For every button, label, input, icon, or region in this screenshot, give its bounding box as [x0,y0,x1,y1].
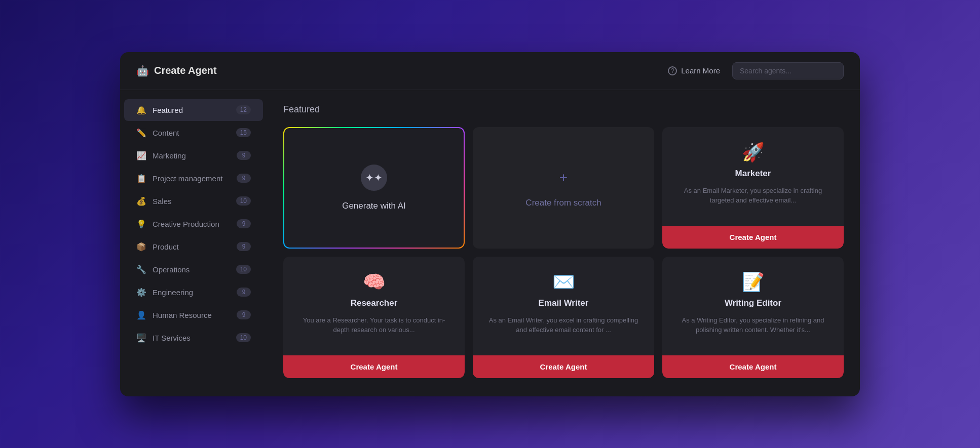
search-input[interactable] [732,62,844,79]
sidebar-item-product[interactable]: 📦 Product 9 [124,236,263,258]
project-management-icon: 📋 [136,174,146,183]
generate-ai-label: Generate with AI [342,201,406,211]
engineering-count: 9 [237,288,251,297]
operations-label: Operations [153,265,230,274]
researcher-create-button[interactable]: Create Agent [283,355,465,378]
section-title: Featured [283,104,844,115]
cards-row-2: 🧠 Researcher You are a Researcher. Your … [283,257,844,378]
marketing-label: Marketing [153,151,231,160]
sidebar-item-it-services[interactable]: 🖥️ IT Services 10 [124,327,263,349]
modal-header: 🤖 Create Agent ? Learn More [120,52,860,90]
main-content: Featured ✦✦ Generate with AI + Create fr… [267,90,860,396]
content-label: Content [153,129,230,137]
header-actions: ? Learn More [668,62,844,79]
header-title-group: 🤖 Create Agent [136,65,660,77]
robot-icon: 🤖 [136,65,149,77]
product-label: Product [153,242,231,251]
engineering-label: Engineering [153,288,231,297]
marketing-icon: 📈 [136,151,146,160]
sidebar-item-sales[interactable]: 💰 Sales 10 [124,190,263,212]
researcher-emoji: 🧠 [363,273,386,291]
agent-body-marketer: 🚀 Marketer As an Email Marketer, you spe… [662,127,844,226]
create-scratch-inner: + Create from scratch [505,147,621,228]
sidebar-item-marketing[interactable]: 📈 Marketing 9 [124,145,263,167]
sidebar-item-featured[interactable]: 🔔 Featured 12 [124,99,263,121]
sales-count: 10 [236,196,251,206]
sidebar-item-operations[interactable]: 🔧 Operations 10 [124,259,263,280]
content-count: 15 [236,128,251,137]
featured-label: Featured [153,106,230,114]
agent-card-writing-editor: 📝 Writing Editor As a Writing Editor, yo… [662,257,844,378]
cards-row-1: ✦✦ Generate with AI + Create from scratc… [283,127,844,249]
it-services-label: IT Services [153,334,230,342]
generate-ai-card[interactable]: ✦✦ Generate with AI [283,127,465,249]
writing-editor-emoji: 📝 [742,273,765,291]
sales-label: Sales [153,197,230,206]
create-scratch-card[interactable]: + Create from scratch [473,127,654,249]
agent-card-marketer: 🚀 Marketer As an Email Marketer, you spe… [662,127,844,249]
marketing-count: 9 [237,151,251,160]
agent-body-researcher: 🧠 Researcher You are a Researcher. Your … [283,257,465,355]
writing-editor-create-button[interactable]: Create Agent [662,355,844,378]
researcher-name: Researcher [351,298,398,308]
researcher-desc: You are a Researcher. Your task is to co… [295,315,453,345]
it-services-icon: 🖥️ [136,333,146,343]
sales-icon: 💰 [136,196,146,206]
writing-editor-name: Writing Editor [725,298,781,308]
sidebar-item-engineering[interactable]: ⚙️ Engineering 9 [124,281,263,303]
learn-more-label: Learn More [681,66,720,75]
learn-more-button[interactable]: ? Learn More [668,66,720,75]
operations-icon: 🔧 [136,265,146,274]
project-management-label: Project management [153,174,231,183]
human-resource-label: Human Resource [153,311,231,319]
engineering-icon: ⚙️ [136,288,146,297]
creative-production-label: Creative Production [153,220,231,228]
agent-card-researcher: 🧠 Researcher You are a Researcher. Your … [283,257,465,378]
human-resource-count: 9 [237,310,251,319]
creative-production-icon: 💡 [136,219,146,229]
marketer-name: Marketer [735,169,771,179]
sparkle-icon: ✦✦ [361,165,387,191]
it-services-count: 10 [236,333,251,342]
featured-icon: 🔔 [136,105,146,115]
product-icon: 📦 [136,242,146,252]
sidebar-item-human-resource[interactable]: 👤 Human Resource 9 [124,304,263,326]
sidebar: 🔔 Featured 12 ✏️ Content 15 📈 Marketing … [120,90,267,396]
sidebar-item-content[interactable]: ✏️ Content 15 [124,122,263,144]
featured-count: 12 [236,105,251,114]
email-writer-desc: As an Email Writer, you excel in craftin… [485,315,642,345]
create-scratch-label: Create from scratch [525,198,601,208]
content-icon: ✏️ [136,128,146,138]
plus-icon: + [553,168,574,188]
modal-title: Create Agent [154,65,217,76]
human-resource-icon: 👤 [136,310,146,320]
product-count: 9 [237,242,251,251]
marketer-create-button[interactable]: Create Agent [662,226,844,249]
modal-body: 🔔 Featured 12 ✏️ Content 15 📈 Marketing … [120,90,860,396]
marketer-emoji: 🚀 [742,143,765,161]
writing-editor-desc: As a Writing Editor, you specialize in r… [674,315,832,345]
email-writer-emoji: ✉️ [552,273,575,291]
project-management-count: 9 [237,174,251,183]
sidebar-item-project-management[interactable]: 📋 Project management 9 [124,168,263,189]
agent-body-writing-editor: 📝 Writing Editor As a Writing Editor, yo… [662,257,844,355]
agent-body-email-writer: ✉️ Email Writer As an Email Writer, you … [473,257,654,355]
agent-card-email-writer: ✉️ Email Writer As an Email Writer, you … [473,257,654,378]
creative-production-count: 9 [237,219,251,228]
sidebar-item-creative-production[interactable]: 💡 Creative Production 9 [124,213,263,235]
create-agent-modal: 🤖 Create Agent ? Learn More 🔔 Featured 1… [120,52,860,396]
marketer-desc: As an Email Marketer, you specialize in … [674,186,832,216]
generate-ai-inner: ✦✦ Generate with AI [322,144,426,231]
question-icon: ? [668,66,677,75]
email-writer-name: Email Writer [539,298,589,308]
email-writer-create-button[interactable]: Create Agent [473,355,654,378]
operations-count: 10 [236,265,251,274]
